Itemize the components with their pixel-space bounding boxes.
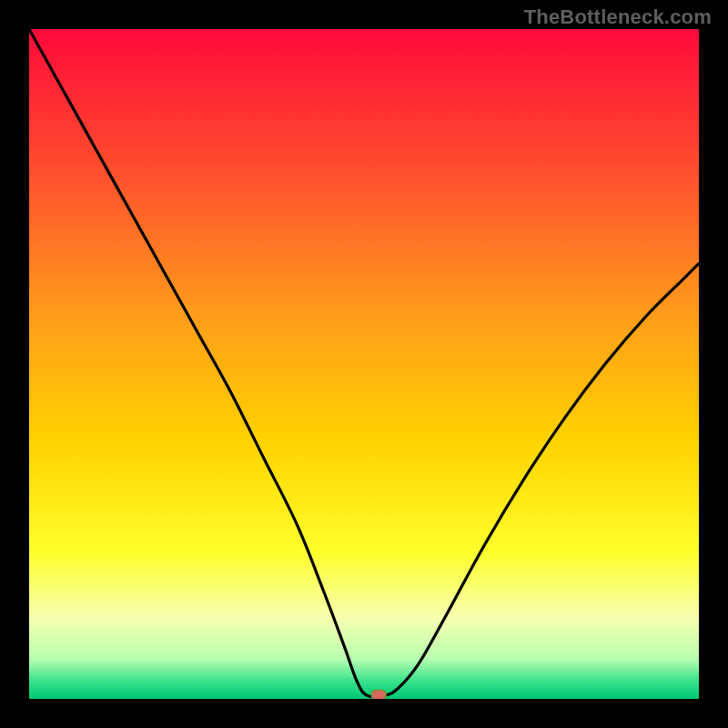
watermark-label: TheBottleneck.com <box>524 5 712 29</box>
gradient-chart <box>29 29 699 699</box>
optimal-point-marker <box>371 690 386 699</box>
plot-area <box>29 29 699 699</box>
gradient-background <box>29 29 699 699</box>
chart-frame: TheBottleneck.com <box>0 0 728 728</box>
